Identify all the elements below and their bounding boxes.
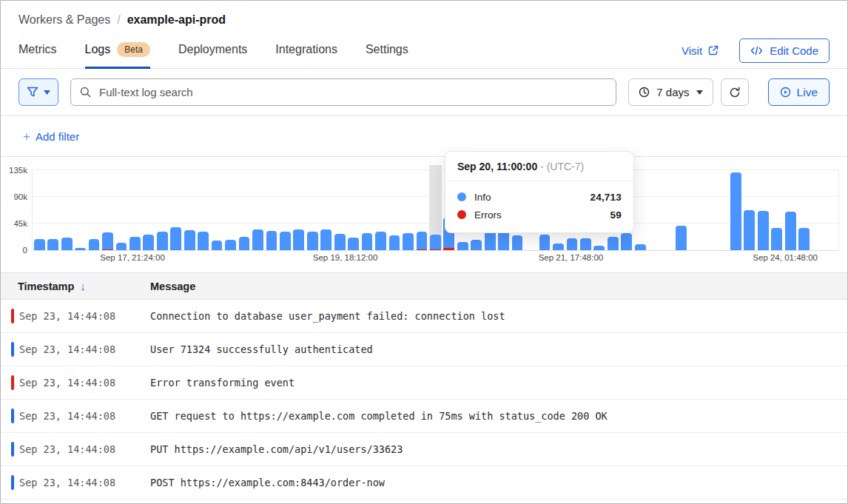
chart-bar-slot[interactable] <box>223 170 237 250</box>
chart-bar[interactable] <box>334 234 346 250</box>
chart-bar-slot[interactable] <box>169 170 183 250</box>
chart-bar[interactable] <box>730 172 741 250</box>
chart-bar[interactable] <box>34 239 45 250</box>
chart-bar[interactable] <box>785 212 796 250</box>
tab-settings[interactable]: Settings <box>366 33 408 68</box>
log-row[interactable]: Sep 23, 14:44:08 PUT https://example.com… <box>1 433 847 466</box>
chart-bar-slot[interactable] <box>251 170 264 250</box>
chart-bar-slot[interactable] <box>374 170 387 250</box>
chart-bar-slot[interactable] <box>770 170 783 250</box>
chart-bar[interactable] <box>580 238 591 250</box>
chart-bar[interactable] <box>798 228 810 250</box>
chart-bar[interactable] <box>758 211 769 250</box>
chart-bar[interactable] <box>239 237 250 250</box>
chart-bar[interactable] <box>75 248 86 250</box>
chart-bar[interactable] <box>184 230 195 250</box>
chart-bar[interactable] <box>608 237 619 250</box>
chart-bar-slot[interactable] <box>128 170 141 250</box>
chart-bar-slot[interactable] <box>756 170 770 250</box>
chart-bar[interactable] <box>320 229 332 250</box>
chart-bar-slot[interactable] <box>401 170 414 250</box>
chart-bar[interactable] <box>293 229 304 250</box>
chart-bar-slot[interactable] <box>183 170 196 250</box>
chart-bar-slot[interactable] <box>155 170 169 250</box>
chart-bar[interactable] <box>307 232 318 250</box>
chart-bar-slot[interactable] <box>210 170 223 250</box>
log-search-input[interactable] <box>98 85 607 99</box>
log-row[interactable]: Sep 23, 14:44:08 Error transforming even… <box>1 366 847 400</box>
chart-bar-slot[interactable] <box>797 170 810 250</box>
chart-bar[interactable] <box>635 244 646 250</box>
chart-bar-slot[interactable] <box>33 170 46 250</box>
breadcrumb-section[interactable]: Workers & Pages <box>18 13 110 27</box>
chart-bar-slot[interactable] <box>73 170 87 250</box>
chart-bar[interactable] <box>375 232 386 250</box>
chart-bar[interactable] <box>744 210 755 250</box>
chart-bar-slot-selected[interactable] <box>428 170 442 250</box>
log-row[interactable]: Sep 23, 14:44:08 Connection to database … <box>1 300 847 333</box>
chart-bar[interactable] <box>212 241 223 250</box>
chart-bar-slot[interactable] <box>333 170 346 250</box>
chart-bar[interactable] <box>143 235 154 250</box>
tab-deployments[interactable]: Deployments <box>178 33 247 68</box>
chart-bar[interactable] <box>417 232 428 251</box>
live-button[interactable]: Live <box>768 78 830 106</box>
chart-bar-slot[interactable] <box>142 170 155 250</box>
chart-bar[interactable] <box>771 228 782 250</box>
chart-bar-slot[interactable] <box>87 170 101 250</box>
chart-bar[interactable] <box>389 235 400 250</box>
chart-bar-slot[interactable] <box>346 170 360 250</box>
tab-logs[interactable]: Logs Beta <box>85 33 150 68</box>
chart-bar[interactable] <box>348 238 359 250</box>
chart-bar[interactable] <box>47 239 58 250</box>
chart-bar-slot[interactable] <box>360 170 374 250</box>
chart-bar[interactable] <box>553 243 564 250</box>
chart-bar[interactable] <box>471 240 482 250</box>
tab-integrations[interactable]: Integrations <box>275 33 337 68</box>
chart-bar-slot[interactable] <box>101 170 114 250</box>
chart-bar-slot[interactable] <box>196 170 209 250</box>
chart-bar[interactable] <box>676 226 687 250</box>
chart-bar[interactable] <box>266 231 277 250</box>
chart-bar[interactable] <box>252 229 263 250</box>
chart-bar[interactable] <box>198 232 209 250</box>
chart-bar[interactable] <box>567 238 578 250</box>
chart-bar-slot[interactable] <box>238 170 251 250</box>
chart-bar[interactable] <box>116 243 127 250</box>
chart-bar[interactable] <box>403 233 414 250</box>
chart-bar-slot[interactable] <box>306 170 319 250</box>
chart-bar-slot[interactable] <box>388 170 401 250</box>
chart-bar-slot[interactable] <box>633 170 647 250</box>
chart-bar-slot[interactable] <box>265 170 278 250</box>
refresh-button[interactable] <box>721 78 749 106</box>
chart-bar-slot[interactable] <box>320 170 333 250</box>
chart-bar[interactable] <box>170 227 181 250</box>
log-row[interactable]: Sep 23, 14:44:08 POST https://example.co… <box>1 466 847 500</box>
chart-bar[interactable] <box>485 230 496 250</box>
chart-bar-slot[interactable] <box>278 170 292 250</box>
chart-bar[interactable] <box>89 239 100 250</box>
chart-bar[interactable] <box>512 235 523 250</box>
chart-bar[interactable] <box>457 242 468 250</box>
filter-menu-button[interactable] <box>18 78 58 106</box>
chart-bar-slot[interactable] <box>674 170 687 250</box>
chart-bar[interactable] <box>593 246 605 250</box>
chart-bar-slot[interactable] <box>115 170 128 250</box>
chart-bar[interactable] <box>61 238 73 250</box>
chart-bar[interactable] <box>539 235 551 250</box>
time-range-dropdown[interactable]: 7 days <box>628 78 713 106</box>
tab-metrics[interactable]: Metrics <box>18 33 57 68</box>
chart-bar-slot[interactable] <box>292 170 306 250</box>
chart-bar[interactable] <box>129 237 141 250</box>
chart-bar-slot[interactable] <box>60 170 73 250</box>
sort-descending-icon[interactable]: ↓ <box>80 280 86 292</box>
column-header-timestamp[interactable]: Timestamp ↓ <box>18 280 150 292</box>
chart-bar-slot[interactable] <box>729 170 742 250</box>
chart-bar-slot[interactable] <box>46 170 59 250</box>
chart-bar[interactable] <box>430 235 441 251</box>
visit-link[interactable]: Visit <box>682 44 719 57</box>
chart-bar[interactable] <box>157 232 168 250</box>
chart-bar[interactable] <box>621 233 632 250</box>
chart-bar-slot[interactable] <box>784 170 797 250</box>
log-row[interactable]: Sep 23, 14:44:08 User 71324 successfully… <box>1 333 847 366</box>
